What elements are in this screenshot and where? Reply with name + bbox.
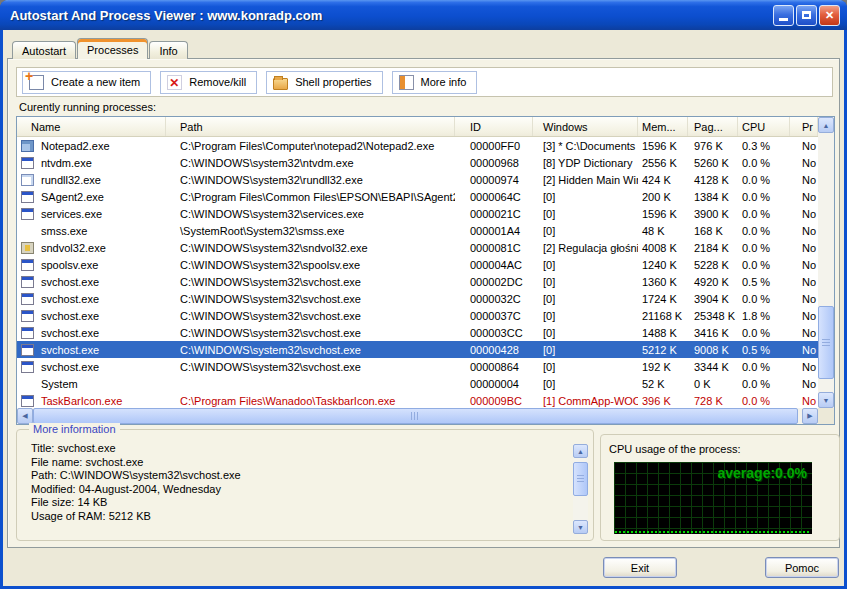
tab-info[interactable]: Info <box>149 41 187 59</box>
process-mem-cell: 1596 K <box>638 208 688 220</box>
process-path-cell: C:\WINDOWS\system32\ntvdm.exe <box>166 157 455 169</box>
process-mem-cell: 48 K <box>638 225 688 237</box>
column-header-pr[interactable]: Pr <box>790 117 818 136</box>
more-info-button[interactable]: More info <box>392 71 478 94</box>
process-id-cell: 000002DC <box>455 276 533 288</box>
table-row[interactable]: rundll32.exeC:\WINDOWS\system32\rundll32… <box>17 171 818 188</box>
table-row[interactable]: ntvdm.exeC:\WINDOWS\system32\ntvdm.exe00… <box>17 154 818 171</box>
window-controls: ✕ <box>773 5 847 26</box>
scroll-up-button[interactable]: ▲ <box>573 444 588 458</box>
process-mem-cell: 1596 K <box>638 140 688 152</box>
column-header-pag[interactable]: Pag... <box>688 117 738 136</box>
help-button[interactable]: Pomoc <box>765 557 839 578</box>
process-path-cell: C:\WINDOWS\system32\rundll32.exe <box>166 174 455 186</box>
column-header-path[interactable]: Path <box>166 117 455 136</box>
column-header-cpu[interactable]: CPU <box>738 117 790 136</box>
exit-button[interactable]: Exit <box>603 557 677 578</box>
scroll-right-button[interactable]: ▶ <box>802 408 818 424</box>
info-line: File name: svchost.exe <box>31 456 567 470</box>
process-pag-cell: 1384 K <box>688 191 738 203</box>
shell-properties-button[interactable]: Shell properties <box>266 71 382 94</box>
process-path-cell: C:\WINDOWS\system32\svchost.exe <box>166 276 455 288</box>
process-pag-cell: 3416 K <box>688 327 738 339</box>
process-cpu-cell: 0.0 % <box>738 361 790 373</box>
process-id-cell: 0000037C <box>455 310 533 322</box>
process-mem-cell: 52 K <box>638 378 688 390</box>
table-row[interactable]: smss.exe\SystemRoot\System32\smss.exe000… <box>17 222 818 239</box>
process-id-cell: 00000968 <box>455 157 533 169</box>
tab-processes[interactable]: Processes <box>77 38 148 59</box>
info-scrollbar[interactable]: ▲ ▼ <box>573 444 588 534</box>
table-row[interactable]: svchost.exeC:\WINDOWS\system32\svchost.e… <box>17 273 818 290</box>
scroll-left-button[interactable]: ◀ <box>17 408 33 424</box>
minimize-button[interactable] <box>773 5 794 26</box>
vertical-scrollbar[interactable]: ▲ ▼ <box>818 117 834 408</box>
tab-autostart[interactable]: Autostart <box>12 41 76 59</box>
process-path-cell: C:\WINDOWS\system32\svchost.exe <box>166 293 455 305</box>
process-pr-cell: No <box>790 157 818 169</box>
process-cpu-cell: 0.0 % <box>738 225 790 237</box>
table-row[interactable]: SAgent2.exeC:\Program Files\Common Files… <box>17 188 818 205</box>
column-header-windows[interactable]: Windows <box>533 117 638 136</box>
maximize-button[interactable] <box>796 5 817 26</box>
process-pr-cell: No <box>790 361 818 373</box>
column-header-id[interactable]: ID <box>455 117 533 136</box>
table-row[interactable]: svchost.exeC:\WINDOWS\system32\svchost.e… <box>17 307 818 324</box>
more-information-lines: Title: svchost.exeFile name: svchost.exe… <box>31 442 567 523</box>
column-header-mem[interactable]: Mem... <box>638 117 688 136</box>
table-row[interactable]: services.exeC:\WINDOWS\system32\services… <box>17 205 818 222</box>
scroll-up-button[interactable]: ▲ <box>818 117 834 133</box>
table-row[interactable]: svchost.exeC:\WINDOWS\system32\svchost.e… <box>17 324 818 341</box>
process-cpu-cell: 0.3 % <box>738 140 790 152</box>
toolbar-button-label: Remove/kill <box>189 76 246 88</box>
process-cpu-cell: 1.8 % <box>738 310 790 322</box>
table-row[interactable]: System00000004[0]52 K0 K0.0 %No <box>17 375 818 392</box>
table-row[interactable]: svchost.exeC:\WINDOWS\system32\svchost.e… <box>17 341 818 358</box>
process-pag-cell: 3344 K <box>688 361 738 373</box>
column-header-name[interactable]: Name <box>17 117 166 136</box>
remove-kill-button[interactable]: Remove/kill <box>160 71 257 94</box>
process-pag-cell: 5228 K <box>688 259 738 271</box>
process-pr-cell: No <box>790 191 818 203</box>
process-path-cell: C:\Program Files\Wanadoo\TaskbarIcon.exe <box>166 395 455 407</box>
close-button[interactable]: ✕ <box>819 5 840 26</box>
process-name-cell: services.exe <box>17 208 166 220</box>
cpu-usage-label: CPU usage of the process: <box>609 443 740 455</box>
create-a-new-item-button[interactable]: Create a new item <box>22 71 151 94</box>
maximize-icon <box>802 11 811 19</box>
table-row[interactable]: svchost.exeC:\WINDOWS\system32\svchost.e… <box>17 358 818 375</box>
process-pag-cell: 3904 K <box>688 293 738 305</box>
table-row[interactable]: Notepad2.exeC:\Program Files\Computer\no… <box>17 137 818 154</box>
process-list: NamePathIDWindowsMem...Pag...CPUPr Notep… <box>16 116 835 425</box>
process-name-cell: smss.exe <box>17 225 166 237</box>
scroll-down-button[interactable]: ▼ <box>818 392 834 408</box>
process-name: TaskBarIcon.exe <box>41 395 122 407</box>
process-mem-cell: 1360 K <box>638 276 688 288</box>
toolbar-button-label: Create a new item <box>51 76 140 88</box>
table-row[interactable]: sndvol32.exeC:\WINDOWS\system32\sndvol32… <box>17 239 818 256</box>
vertical-scroll-thumb[interactable] <box>818 306 834 379</box>
scroll-down-button[interactable]: ▼ <box>573 520 588 534</box>
window-icon <box>21 259 34 271</box>
table-row[interactable]: spoolsv.exeC:\WINDOWS\system32\spoolsv.e… <box>17 256 818 273</box>
process-pr-cell: No <box>790 140 818 152</box>
horizontal-scroll-thumb[interactable] <box>33 408 798 424</box>
process-windows-cell: [0] <box>533 361 638 373</box>
process-pr-cell: No <box>790 344 818 356</box>
process-pr-cell: No <box>790 225 818 237</box>
process-pr-cell: No <box>790 259 818 271</box>
process-windows-cell: [0] <box>533 327 638 339</box>
horizontal-scrollbar[interactable]: ◀ ▶ <box>17 408 818 424</box>
info-scroll-thumb[interactable] <box>573 462 588 496</box>
window-icon <box>21 276 34 288</box>
process-name-cell: System <box>17 378 166 390</box>
title-bar[interactable]: Autostart And Process Viewer : www.konra… <box>0 0 847 30</box>
process-path-cell: C:\WINDOWS\system32\sndvol32.exe <box>166 242 455 254</box>
window-icon <box>21 361 34 373</box>
table-row[interactable]: svchost.exeC:\WINDOWS\system32\svchost.e… <box>17 290 818 307</box>
table-row[interactable]: TaskBarIcon.exeC:\Program Files\Wanadoo\… <box>17 392 818 408</box>
process-pr-cell: No <box>790 395 818 407</box>
process-id-cell: 00000864 <box>455 361 533 373</box>
process-cpu-cell: 0.0 % <box>738 327 790 339</box>
process-cpu-cell: 0.0 % <box>738 208 790 220</box>
